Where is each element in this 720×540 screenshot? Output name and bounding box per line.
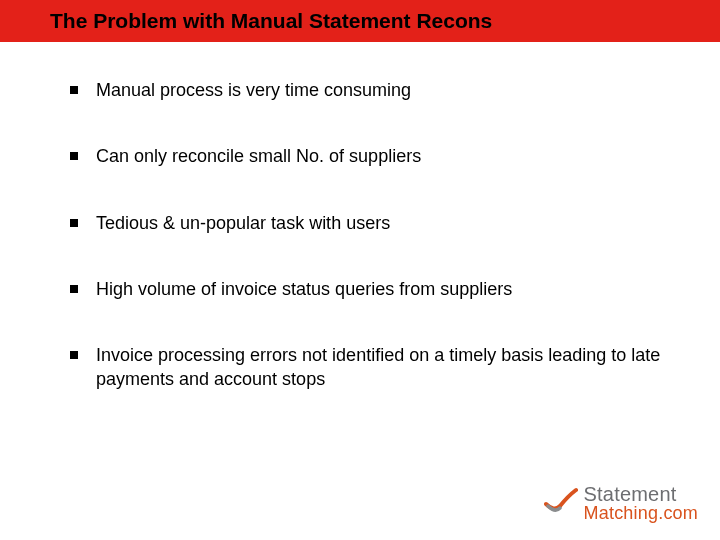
bullet-icon [70,86,78,94]
slide-title: The Problem with Manual Statement Recons [50,9,492,33]
logo-line-1: Statement [584,484,698,504]
bullet-list: Manual process is very time consuming Ca… [0,42,720,392]
bullet-text: High volume of invoice status queries fr… [96,277,670,301]
bullet-icon [70,351,78,359]
bullet-icon [70,285,78,293]
bullet-icon [70,219,78,227]
list-item: Manual process is very time consuming [70,78,670,102]
title-bar: The Problem with Manual Statement Recons [0,0,720,42]
slide: The Problem with Manual Statement Recons… [0,0,720,540]
bullet-text: Tedious & un-popular task with users [96,211,670,235]
list-item: Tedious & un-popular task with users [70,211,670,235]
list-item: High volume of invoice status queries fr… [70,277,670,301]
bullet-text: Can only reconcile small No. of supplier… [96,144,670,168]
bullet-text: Manual process is very time consuming [96,78,670,102]
brand-logo: Statement Matching.com [544,484,698,522]
logo-line-2: Matching.com [584,504,698,522]
bullet-text: Invoice processing errors not identified… [96,343,670,392]
list-item: Can only reconcile small No. of supplier… [70,144,670,168]
bullet-icon [70,152,78,160]
checkmark-swoosh-icon [544,486,578,520]
logo-text: Statement Matching.com [584,484,698,522]
list-item: Invoice processing errors not identified… [70,343,670,392]
